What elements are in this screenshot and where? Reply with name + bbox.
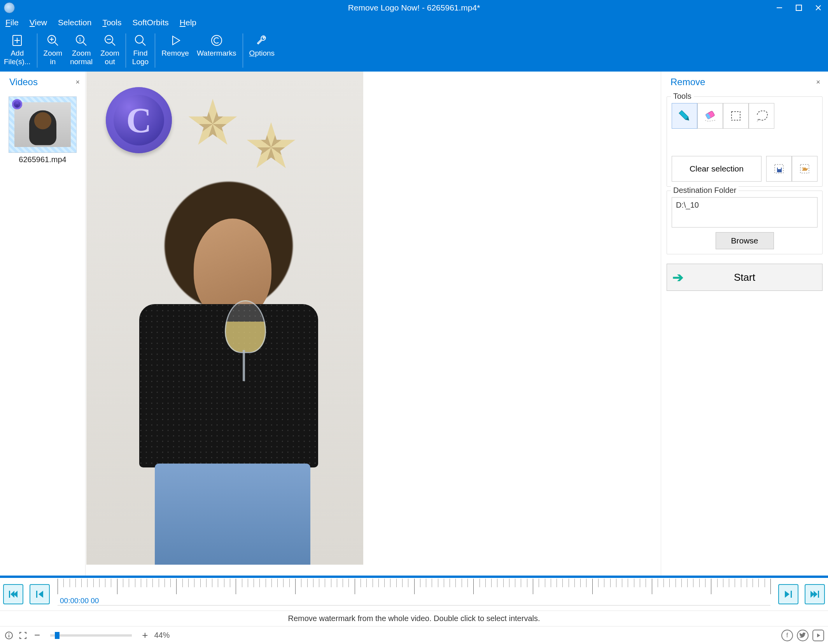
svg-marker-35: [39, 591, 43, 598]
menubar: File View Selection Tools SoftOrbits Hel…: [0, 16, 828, 30]
info-icon[interactable]: [4, 630, 14, 640]
add-file-icon: [11, 33, 24, 48]
app-icon: [4, 2, 15, 13]
titlebar: Remove Logo Now! - 6265961.mp4*: [0, 0, 828, 16]
svg-rect-30: [802, 168, 806, 168]
zoom-out-minus[interactable]: −: [32, 629, 42, 641]
menu-softorbits[interactable]: SoftOrbits: [132, 18, 168, 27]
options-button[interactable]: Options: [245, 30, 278, 72]
rectangle-select-tool[interactable]: [723, 103, 749, 129]
menu-help[interactable]: Help: [180, 18, 196, 27]
svg-rect-21: [679, 110, 688, 120]
menu-tools[interactable]: Tools: [102, 18, 121, 27]
youtube-icon[interactable]: [812, 630, 824, 641]
window-controls: [770, 0, 828, 16]
video-thumbnail: [9, 96, 77, 153]
zoom-in-plus[interactable]: +: [140, 629, 150, 641]
menu-file[interactable]: File: [5, 18, 19, 27]
svg-marker-36: [785, 591, 789, 598]
svg-line-18: [142, 42, 145, 46]
marker-tool[interactable]: [672, 103, 697, 129]
remove-button[interactable]: Remove: [158, 30, 193, 72]
step-back-button[interactable]: [30, 584, 50, 604]
copyright-icon: [210, 33, 223, 48]
menu-view[interactable]: View: [30, 18, 47, 27]
canvas-area[interactable]: [86, 72, 661, 576]
timeline: 00:00:00 00: [0, 576, 828, 611]
videos-panel: Videos × 6265961.mp4: [0, 72, 86, 576]
zoom-percent: 44%: [154, 631, 170, 640]
wrench-icon: [255, 33, 268, 48]
svg-rect-40: [818, 591, 819, 598]
clear-selection-button[interactable]: Clear selection: [672, 156, 761, 182]
zoom-in-button[interactable]: Zoom in: [40, 30, 67, 72]
timeline-track[interactable]: 00:00:00 00: [58, 579, 770, 610]
tools-fieldset: Tools Clear selection: [667, 96, 823, 187]
svg-point-20: [212, 35, 222, 46]
destination-legend: Destination Folder: [671, 186, 739, 195]
remove-panel: Remove × Tools: [661, 72, 828, 576]
start-button[interactable]: ➔ Start: [667, 264, 823, 291]
remove-panel-header: Remove ×: [667, 72, 823, 93]
zoom-out-button[interactable]: Zoom out: [96, 30, 123, 72]
watermarks-button[interactable]: Watermarks: [193, 30, 240, 72]
window-title: Remove Logo Now! - 6265961.mp4*: [348, 3, 480, 12]
zoom-out-icon: [103, 33, 117, 48]
video-thumbnail-item[interactable]: 6265961.mp4: [0, 93, 85, 168]
videos-panel-close[interactable]: ×: [75, 78, 80, 86]
find-logo-icon: [134, 33, 147, 48]
videos-panel-header: Videos ×: [0, 72, 85, 93]
arrow-right-icon: ➔: [672, 270, 683, 285]
remove-panel-close[interactable]: ×: [816, 78, 820, 86]
video-thumbnail-label: 6265961.mp4: [4, 155, 81, 164]
app-root: Remove Logo Now! - 6265961.mp4* File Vie…: [0, 0, 828, 644]
svg-rect-31: [9, 591, 10, 598]
zoom-normal-button[interactable]: 1 Zoom normal: [66, 30, 96, 72]
add-files-button[interactable]: Add File(s)...: [0, 30, 35, 72]
fit-screen-icon[interactable]: [18, 630, 28, 640]
play-icon: [169, 33, 182, 48]
timeline-timecode: 00:00:00 00: [60, 597, 99, 605]
videos-panel-title: Videos: [9, 77, 38, 88]
step-forward-button[interactable]: [778, 584, 798, 604]
destination-fieldset: Destination Folder D:\_10 Browse: [667, 191, 823, 254]
timeline-hint: Remove watermark from the whole video. D…: [0, 611, 828, 626]
svg-line-8: [55, 42, 58, 46]
forward-end-button[interactable]: [805, 584, 825, 604]
load-selection-button[interactable]: [792, 156, 817, 182]
minimize-button[interactable]: [770, 0, 789, 16]
svg-line-12: [83, 42, 86, 46]
svg-point-17: [135, 35, 143, 43]
statusbar: − + 44% f: [0, 626, 828, 644]
svg-line-15: [112, 42, 115, 46]
zoom-normal-icon: 1: [75, 33, 88, 48]
svg-rect-37: [791, 591, 792, 598]
svg-rect-34: [36, 591, 37, 598]
zoom-in-icon: [46, 33, 60, 48]
close-button[interactable]: [809, 0, 828, 16]
svg-marker-19: [173, 36, 180, 45]
tools-legend: Tools: [671, 92, 694, 101]
lasso-tool[interactable]: [749, 103, 774, 129]
svg-rect-25: [732, 112, 740, 120]
main-area: Videos × 6265961.mp4: [0, 72, 828, 576]
svg-rect-1: [796, 5, 802, 10]
find-logo-button[interactable]: Find Logo: [128, 30, 152, 72]
rewind-start-button[interactable]: [3, 584, 23, 604]
destination-folder-input[interactable]: D:\_10: [672, 197, 817, 228]
zoom-slider[interactable]: [50, 634, 132, 637]
facebook-icon[interactable]: f: [781, 630, 793, 641]
browse-button[interactable]: Browse: [716, 232, 774, 249]
svg-marker-44: [817, 634, 820, 637]
toolbar: Add File(s)... Zoom in 1 Zoom normal Zoo…: [0, 30, 828, 72]
eraser-tool[interactable]: [697, 103, 723, 129]
svg-rect-28: [778, 168, 781, 169]
twitter-icon[interactable]: [797, 630, 809, 641]
save-selection-button[interactable]: [766, 156, 792, 182]
menu-selection[interactable]: Selection: [58, 18, 91, 27]
person-figure: [108, 117, 341, 565]
maximize-button[interactable]: [789, 0, 809, 16]
svg-marker-39: [814, 591, 817, 598]
svg-text:1: 1: [79, 37, 81, 42]
remove-panel-title: Remove: [670, 77, 705, 88]
